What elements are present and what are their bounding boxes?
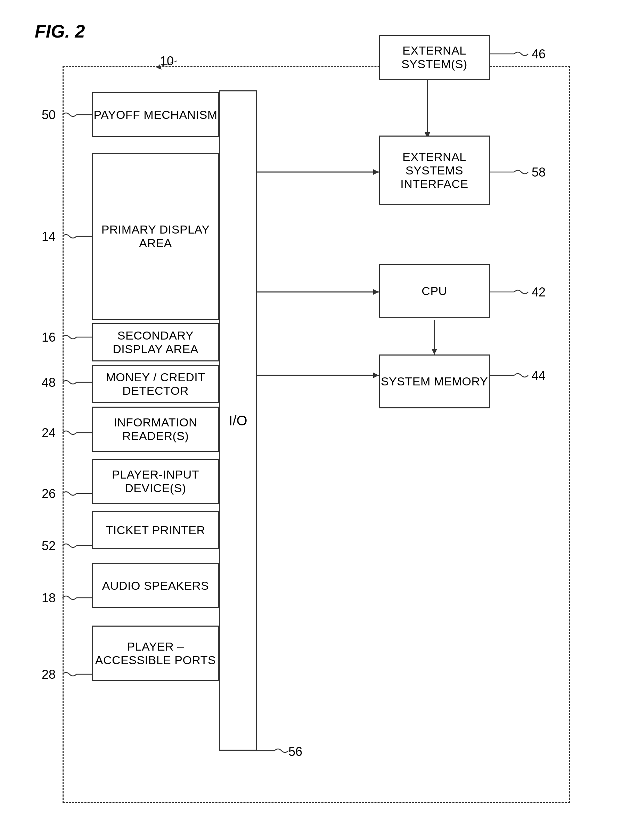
ref-label-50: 50: [42, 108, 56, 122]
player-input-label: PLAYER-INPUT DEVICE(S): [93, 468, 218, 495]
io-label: I/O: [229, 413, 247, 428]
money-credit-label: MONEY / CREDIT DETECTOR: [93, 370, 218, 398]
primary-display-box: PRIMARY DISPLAY AREA: [92, 153, 219, 320]
ticket-printer-box: TICKET PRINTER: [92, 511, 219, 549]
primary-display-label: PRIMARY DISPLAY AREA: [93, 223, 218, 250]
ref-label-48: 48: [42, 375, 56, 390]
external-systems-interface-label: EXTERNAL SYSTEMS INTERFACE: [380, 150, 489, 191]
ref-label-58: 58: [532, 165, 546, 180]
ref-label-28: 28: [42, 667, 56, 682]
ref-label-16: 16: [42, 330, 56, 345]
ref-label-46: 46: [532, 47, 546, 61]
external-systems-box: EXTERNAL SYSTEM(S): [379, 35, 490, 80]
ref-label-42: 42: [532, 285, 546, 300]
ref-label-52: 52: [42, 539, 56, 553]
secondary-display-label: SECONDARY DISPLAY AREA: [93, 329, 218, 356]
secondary-display-box: SECONDARY DISPLAY AREA: [92, 323, 219, 361]
audio-speakers-label: AUDIO SPEAKERS: [102, 579, 209, 593]
system-memory-box: SYSTEM MEMORY: [379, 355, 490, 409]
figure-label: FIG. 2: [35, 21, 85, 42]
ref-label-14: 14: [42, 229, 56, 244]
player-ports-label: PLAYER – ACCESSIBLE PORTS: [93, 640, 218, 667]
ref-label-24: 24: [42, 426, 56, 440]
cpu-box: CPU: [379, 264, 490, 318]
ref-label-18: 18: [42, 591, 56, 605]
player-input-box: PLAYER-INPUT DEVICE(S): [92, 459, 219, 504]
payoff-mechanism-label: PAYOFF MECHANISM: [93, 108, 217, 122]
money-credit-box: MONEY / CREDIT DETECTOR: [92, 365, 219, 403]
ref-label-44: 44: [532, 368, 546, 383]
ref-label-26: 26: [42, 486, 56, 501]
information-reader-label: INFORMATION READER(S): [93, 416, 218, 443]
ticket-printer-label: TICKET PRINTER: [106, 523, 205, 537]
ref-label-56: 56: [288, 744, 302, 759]
io-bus: I/O: [219, 90, 257, 751]
player-ports-box: PLAYER – ACCESSIBLE PORTS: [92, 625, 219, 681]
cpu-label: CPU: [421, 284, 447, 298]
information-reader-box: INFORMATION READER(S): [92, 407, 219, 452]
audio-speakers-box: AUDIO SPEAKERS: [92, 563, 219, 608]
ref-label-10: 10: [160, 54, 174, 69]
payoff-mechanism-box: PAYOFF MECHANISM: [92, 92, 219, 137]
external-systems-interface-box: EXTERNAL SYSTEMS INTERFACE: [379, 136, 490, 205]
system-memory-label: SYSTEM MEMORY: [381, 375, 488, 388]
external-systems-label: EXTERNAL SYSTEM(S): [380, 44, 489, 71]
